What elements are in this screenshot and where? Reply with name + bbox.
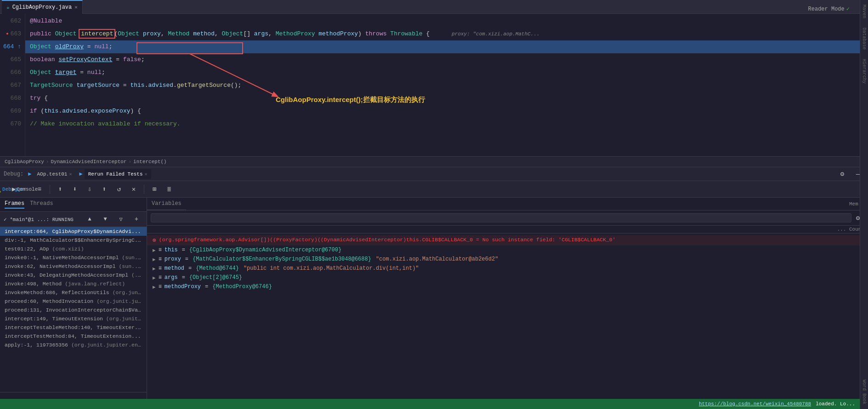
run-icon-1: ▶ bbox=[28, 170, 31, 177]
debug-toolbar: 🐛 Debugger ▶ Console ≡ ⬆ ⬇ ⇩ ⬆ ↺ ✕ ⊞ ≣ bbox=[0, 181, 868, 198]
frames-panel-header: Frames Threads bbox=[0, 198, 147, 212]
frame-item-6[interactable]: invoke:498, Method (java.lang.reflect) bbox=[0, 279, 147, 288]
code-line-664: Object oldProxy = null; bbox=[25, 40, 868, 53]
status-loaded: loaded. Lo... bbox=[816, 401, 855, 407]
far-right-panel: Maven Database Hierarchy Word Book bbox=[860, 0, 868, 409]
step-out-button[interactable]: ⬆ bbox=[98, 184, 111, 195]
var-arrow-methodproxy: ▶ bbox=[153, 284, 156, 290]
frame-item-5[interactable]: invoke:43, DelegatingMethodAccessorImpl … bbox=[0, 271, 147, 279]
reader-mode-button[interactable]: Reader Mode ✓ bbox=[808, 6, 850, 12]
var-val-method: {Method@6744} bbox=[196, 265, 239, 272]
var-val-proxy-str: "com.xizi.aop.MathCalculator@ab2e6d2" bbox=[376, 256, 498, 262]
threads-tab[interactable]: Threads bbox=[30, 200, 53, 209]
var-val-proxy: {MathCalculator$$EnhancerBySpringCGLIB$$… bbox=[193, 256, 371, 262]
vertical-label-wordbook[interactable]: Word Book bbox=[861, 375, 868, 409]
step-over-button[interactable]: ⬆ bbox=[54, 184, 67, 195]
var-item-method[interactable]: ▶ ≡ method = {Method@6744} "public int c… bbox=[147, 264, 868, 273]
frame-item-9[interactable]: proceed:131, InvocationInterceptorChain$… bbox=[0, 306, 147, 314]
debug-tab-aop-close[interactable]: ✕ bbox=[69, 171, 72, 177]
var-item-args[interactable]: ▶ ≡ args = {Object[2]@6745} bbox=[147, 273, 868, 282]
var-eq-this: = bbox=[182, 247, 185, 253]
frame-item-1[interactable]: div:-1, MathCalculator$$EnhancerBySpring… bbox=[0, 236, 147, 244]
frame-item-11[interactable]: interceptTestableMethod:140, TimeoutExte… bbox=[0, 323, 147, 332]
frame-item-7[interactable]: invokeMethod:686, ReflectionUtils (org.j… bbox=[0, 288, 147, 297]
console-tab-button[interactable]: ▶ Console bbox=[18, 184, 31, 195]
code-line-669: if (this.advised.exposeProxy) { bbox=[25, 105, 868, 118]
var-error-text: (org.springframework.aop.Advisor[])((Pro… bbox=[159, 237, 616, 243]
evaluate-button[interactable]: ✕ bbox=[127, 184, 140, 195]
var-arrow-args: ▶ bbox=[153, 275, 156, 281]
reader-mode-label: Reader Mode bbox=[808, 6, 845, 12]
var-val-args: {Object[2]@6745} bbox=[189, 274, 242, 281]
var-name-this: this bbox=[165, 247, 178, 253]
frames-tab[interactable]: Frames bbox=[5, 200, 24, 209]
var-eq-proxy: = bbox=[185, 256, 188, 262]
breadcrumb-sep-1: › bbox=[46, 159, 49, 165]
breadcrumb-item-1[interactable]: CglibAopProxy bbox=[5, 159, 44, 165]
run-to-cursor-button[interactable]: ↺ bbox=[113, 184, 125, 195]
debug-tab-aop[interactable]: AOp.test01 ✕ bbox=[33, 169, 75, 179]
file-tab[interactable]: ☕ CglibAopProxy.java ✕ bbox=[2, 0, 83, 14]
run-icon-2: ▶ bbox=[79, 170, 83, 177]
var-icon-args: ≡ bbox=[159, 274, 162, 281]
step-into-button[interactable]: ⬇ bbox=[68, 184, 81, 195]
var-name-proxy: proxy bbox=[165, 256, 181, 262]
frames-panel: Frames Threads ✓ *main*@1 ...: RUNNING ▲… bbox=[0, 198, 147, 409]
editor-area: 662 ●663 664 ↑ 665 666 667 668 669 670 @… bbox=[0, 14, 868, 156]
status-bar: https://blog.csdn.net/weixin_45480788 lo… bbox=[0, 399, 860, 409]
frame-item-0[interactable]: intercept:664, CglibAopProxy$DynamicAdvi… bbox=[0, 227, 147, 236]
var-icon-this: ≡ bbox=[159, 247, 162, 253]
status-url[interactable]: https://blog.csdn.net/weixin_45480788 bbox=[699, 401, 811, 407]
error-icon: ⊗ bbox=[153, 237, 156, 244]
vertical-label-hierarchy[interactable]: Hierarchy bbox=[861, 54, 868, 88]
frame-item-4[interactable]: invoke:62, NativeMethodAccessorImpl (sun… bbox=[0, 262, 147, 271]
frame-item-3[interactable]: invoke0:-1, NativeMethodAccessorImpl (su… bbox=[0, 253, 147, 262]
frame-filter-label[interactable]: ✓ *main*@1 ...: RUNNING bbox=[4, 216, 74, 222]
code-line-670: // Make invocation available if necessar… bbox=[25, 118, 868, 131]
debug-label: Debug: bbox=[4, 171, 23, 177]
more-button[interactable]: ≣ bbox=[163, 184, 176, 195]
frame-toolbar: ✓ *main*@1 ...: RUNNING ▲ ▼ ▽ + bbox=[0, 212, 147, 227]
frame-filter-button[interactable]: ▽ bbox=[114, 214, 127, 225]
frame-item-2[interactable]: test01:22, AOp (com.xizi) bbox=[0, 244, 147, 253]
debugger-icon: 🐛 bbox=[0, 185, 1, 193]
debug-tab-rerun[interactable]: Rerun Failed Tests ✕ bbox=[85, 169, 151, 179]
frame-up-button[interactable]: ▲ bbox=[83, 214, 96, 225]
frame-add-button[interactable]: + bbox=[130, 214, 143, 225]
var-item-error[interactable]: ⊗ (org.springframework.aop.Advisor[])((P… bbox=[147, 235, 868, 245]
tab-bar: ☕ CglibAopProxy.java ✕ Reader Mode ✓ bbox=[0, 0, 868, 14]
debug-tab-rerun-label: Rerun Failed Tests bbox=[88, 171, 143, 177]
var-icon-method: ≡ bbox=[159, 265, 162, 272]
var-search-row: ⚙ bbox=[147, 210, 868, 226]
var-search-input[interactable] bbox=[151, 213, 851, 222]
frame-down-button[interactable]: ▼ bbox=[99, 214, 112, 225]
variables-list: ⊗ (org.springframework.aop.Advisor[])((P… bbox=[147, 233, 868, 409]
variables-panel: Variables Mem ▼ ⚙ ... Count ⊗ (org.sprin… bbox=[147, 198, 868, 409]
frame-item-13[interactable]: apply:-1, 1197365356 (org.junit.jupiter.… bbox=[0, 341, 147, 349]
breadcrumb-item-2[interactable]: DynamicAdvisedInterceptor bbox=[51, 159, 126, 165]
toolbar-divider-2 bbox=[144, 185, 144, 194]
frame-item-12[interactable]: interceptTestMethod:84, TimeoutExtension… bbox=[0, 332, 147, 341]
frame-item-8[interactable]: proceed:60, MethodInvocation (org.junit.… bbox=[0, 297, 147, 306]
var-val-method-str: "public int com.xizi.aop.MathCalculator.… bbox=[244, 265, 419, 272]
debug-tab-rerun-close[interactable]: ✕ bbox=[145, 171, 148, 177]
vertical-label-database[interactable]: Database bbox=[861, 23, 868, 54]
frame-item-10[interactable]: intercept:149, TimeoutExtension (org.jun… bbox=[0, 314, 147, 323]
count-row: ... Count bbox=[147, 226, 868, 233]
force-step-into-button[interactable]: ⇩ bbox=[83, 184, 96, 195]
debug-tab-aop-label: AOp.test01 bbox=[37, 171, 67, 177]
menu-icon[interactable]: ≡ bbox=[33, 184, 46, 195]
var-name-methodproxy: methodProxy bbox=[165, 284, 201, 290]
var-item-this[interactable]: ▶ ≡ this = {CglibAopProxy$DynamicAdvised… bbox=[147, 245, 868, 255]
var-item-methodproxy[interactable]: ▶ ≡ methodProxy = {MethodProxy@6746} bbox=[147, 282, 868, 291]
var-name-args: args bbox=[165, 274, 178, 281]
code-content[interactable]: @Nullable public Object intercept(Object… bbox=[25, 14, 868, 156]
debug-settings-button[interactable]: ⚙ bbox=[836, 169, 849, 180]
breadcrumb-item-3[interactable]: intercept() bbox=[133, 159, 167, 165]
vertical-label-maven[interactable]: Maven bbox=[861, 0, 868, 23]
tab-close-icon[interactable]: ✕ bbox=[74, 4, 78, 10]
var-item-proxy[interactable]: ▶ ≡ proxy = {MathCalculator$$EnhancerByS… bbox=[147, 255, 868, 264]
layout-button[interactable]: ⊞ bbox=[148, 184, 161, 195]
file-tab-label: CglibAopProxy.java bbox=[12, 4, 72, 11]
var-eq-args: = bbox=[182, 274, 185, 281]
